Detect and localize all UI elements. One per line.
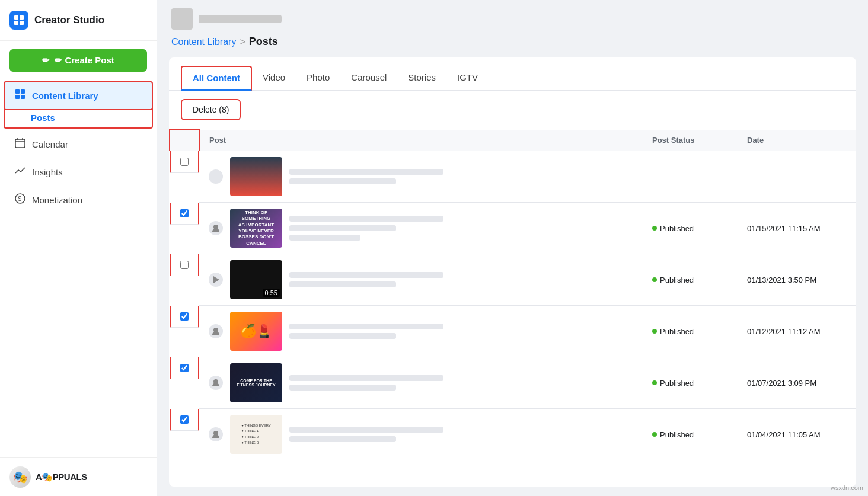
row5-status-badge: Published [652, 379, 728, 388]
content-library-icon [14, 88, 26, 103]
row4-checkbox[interactable] [180, 312, 189, 321]
delete-button[interactable]: Delete (8) [181, 99, 241, 120]
tab-all-content[interactable]: All Content [181, 66, 252, 91]
row2-post-icon [209, 221, 223, 235]
row1-thumbnail [230, 157, 282, 196]
sidebar-item-calendar[interactable]: Calendar [5, 131, 152, 158]
row6-date: 01/04/2021 11:05 AM [738, 409, 856, 460]
row3-text-preview [289, 272, 443, 287]
row3-post-icon [209, 273, 223, 287]
row6-checkbox-cell [170, 409, 199, 431]
row2-checkbox[interactable] [180, 209, 189, 218]
row4-thumbnail: 🍊💄 [230, 312, 282, 351]
create-post-button[interactable]: ✏ ✏ Create Post [9, 49, 147, 72]
row6-text-line1 [289, 427, 443, 433]
row2-checkbox-cell [170, 203, 199, 225]
row4-text-line1 [289, 324, 443, 329]
sidebar-item-monetization[interactable]: $ Monetization [5, 187, 152, 213]
breadcrumb-parent[interactable]: Content Library [171, 37, 236, 47]
row6-status-text: Published [660, 430, 694, 439]
calendar-label: Calendar [32, 139, 68, 149]
row2-text-line3 [289, 235, 360, 241]
row2-text-preview [289, 216, 443, 241]
row3-date-text: 01/13/2021 3:50 PM [747, 276, 816, 284]
monetization-icon: $ [14, 193, 26, 207]
row1-checkbox[interactable] [180, 157, 189, 167]
breadcrumb-separator: > [240, 37, 245, 47]
row3-date: 01/13/2021 3:50 PM [738, 254, 856, 306]
row5-checkbox[interactable] [180, 363, 189, 373]
sidebar-nav: Content Library Posts Calendar [0, 80, 157, 457]
row5-text-preview [289, 375, 443, 391]
row5-status: Published [643, 357, 738, 409]
row1-checkbox-cell [170, 151, 199, 173]
row6-status-dot [652, 432, 657, 437]
col-header-post: Post [199, 130, 643, 151]
sidebar: Creator Studio ✏ ✏ Create Post Content L… [0, 0, 157, 496]
posts-table: Post Post Status Date [169, 129, 856, 460]
insights-icon [14, 165, 26, 180]
table-row: 🍊💄 Published [170, 306, 856, 357]
row1-text-line1 [289, 169, 443, 175]
svg-marker-15 [213, 276, 219, 283]
row1-text-line2 [289, 178, 396, 184]
table-row: 0:55 Published [170, 254, 856, 306]
insights-label: Insights [32, 167, 63, 177]
sidebar-footer: 🎭 A🎭PPUALS [0, 457, 157, 496]
sidebar-item-insights[interactable]: Insights [5, 159, 152, 185]
svg-rect-6 [15, 95, 20, 99]
row3-text-line1 [289, 272, 443, 278]
svg-rect-5 [21, 89, 25, 94]
row1-post-icon [209, 169, 223, 184]
row3-status-badge: Published [652, 276, 728, 284]
row3-status: Published [643, 254, 738, 306]
tab-stories[interactable]: Stories [397, 66, 446, 90]
content-library-label: Content Library [32, 91, 98, 101]
row2-status-dot [652, 226, 657, 231]
account-name [199, 15, 282, 23]
row3-checkbox-cell [170, 254, 199, 276]
breadcrumb: Content Library > Posts [157, 30, 868, 48]
svg-text:$: $ [18, 196, 22, 202]
row6-thumbnail: ● THINGS EVERY● THING 1● THING 2● THING … [230, 415, 282, 454]
tab-video[interactable]: Video [252, 66, 296, 90]
table-row: ● THINGS EVERY● THING 1● THING 2● THING … [170, 409, 856, 460]
row3-checkbox[interactable] [180, 260, 189, 270]
col-header-status: Post Status [643, 130, 738, 151]
svg-rect-8 [15, 139, 25, 148]
row2-thumbnail: THINK OFSOMETHINGAS IMPORTANTYOU'VE NEVE… [230, 209, 282, 248]
tab-igtv[interactable]: IGTV [446, 66, 489, 90]
row3-post-cell: 0:55 [199, 254, 643, 306]
create-post-label: ✏ Create Post [55, 55, 114, 66]
col-header-checkbox [170, 130, 199, 151]
row2-status-badge: Published [652, 224, 728, 233]
app-title: Creator Studio [34, 14, 104, 26]
row5-text-line1 [289, 375, 443, 381]
row4-status-text: Published [660, 327, 694, 336]
actions-bar: Delete (8) [169, 91, 856, 129]
create-post-icon: ✏ [42, 55, 50, 66]
row1-status [643, 151, 738, 203]
row6-checkbox[interactable] [180, 415, 189, 424]
row5-checkbox-cell [170, 357, 199, 379]
table-row: THINK OFSOMETHINGAS IMPORTANTYOU'VE NEVE… [170, 203, 856, 254]
tab-photo[interactable]: Photo [296, 66, 340, 90]
row5-status-dot [652, 380, 657, 385]
row4-status-badge: Published [652, 327, 728, 336]
row5-status-text: Published [660, 379, 694, 388]
row1-date [738, 151, 856, 203]
sidebar-item-posts[interactable]: Posts [4, 108, 153, 129]
row6-text-preview [289, 427, 443, 442]
tab-carousel[interactable]: Carousel [340, 66, 397, 90]
app-logo [9, 11, 28, 30]
row3-thumbnail: 0:55 [230, 260, 282, 299]
svg-rect-3 [20, 21, 24, 25]
svg-rect-7 [21, 95, 25, 99]
content-area: All Content Video Photo Carousel Stories… [169, 57, 856, 487]
row2-date-text: 01/15/2021 11:15 AM [747, 224, 821, 233]
row4-text-line2 [289, 333, 396, 339]
row4-date: 01/12/2021 11:12 AM [738, 306, 856, 357]
table-row [170, 151, 856, 203]
row3-video-duration: 0:55 [263, 289, 280, 297]
sidebar-item-content-library[interactable]: Content Library [4, 81, 153, 110]
